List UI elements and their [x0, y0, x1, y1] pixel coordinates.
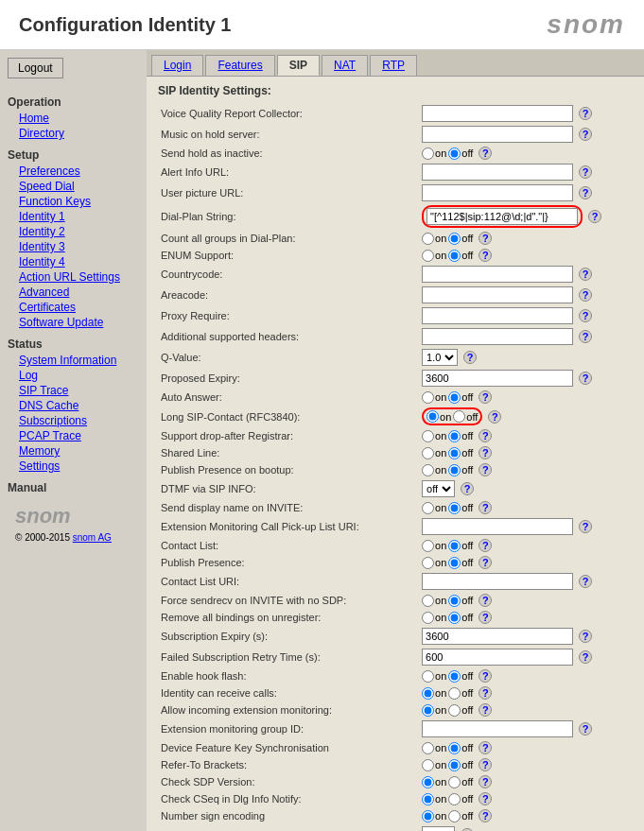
input-music-hold[interactable] [422, 126, 573, 143]
sidebar-item-function-keys[interactable]: Function Keys [8, 194, 139, 209]
radio-publish-presence-on[interactable] [422, 557, 434, 569]
help-shared-line[interactable]: ? [479, 446, 492, 459]
input-areacode[interactable] [422, 286, 573, 303]
help-number-sign[interactable]: ? [479, 809, 492, 822]
sidebar-item-log[interactable]: Log [8, 368, 139, 383]
sidebar-item-certificates[interactable]: Certificates [8, 300, 139, 315]
help-hook-flash[interactable]: ? [479, 669, 492, 683]
radio-send-display-on[interactable] [422, 502, 434, 514]
sidebar-item-directory[interactable]: Directory [8, 126, 139, 141]
sidebar-item-software-update[interactable]: Software Update [8, 315, 139, 330]
input-ext-monitoring-uri[interactable] [422, 518, 573, 535]
help-count-groups[interactable]: ? [479, 232, 492, 245]
help-device-feature-key[interactable]: ? [479, 741, 492, 754]
radio-long-sip-on[interactable] [426, 410, 439, 423]
radio-contact-list-on[interactable] [422, 540, 434, 552]
sidebar-item-speed-dial[interactable]: Speed Dial [8, 179, 139, 194]
help-check-sdp[interactable]: ? [479, 775, 492, 788]
tab-sip[interactable]: SIP [277, 55, 320, 76]
select-call-waiting[interactable]: on [422, 826, 455, 831]
sidebar-item-settings[interactable]: Settings [8, 459, 139, 474]
sidebar-item-action-url[interactable]: Action URL Settings [8, 269, 139, 285]
radio-send-display-off[interactable] [448, 502, 461, 514]
radio-count-groups-on[interactable] [422, 233, 434, 245]
help-publish-presence[interactable]: ? [479, 556, 492, 569]
help-dtmf[interactable]: ? [461, 482, 474, 495]
radio-support-drop-on[interactable] [422, 430, 434, 442]
help-remove-bindings[interactable]: ? [479, 611, 492, 624]
sidebar-item-advanced[interactable]: Advanced [8, 285, 139, 300]
sidebar-item-system-info[interactable]: System Information [8, 353, 139, 368]
help-contact-list[interactable]: ? [479, 539, 492, 552]
radio-allow-incoming-ext-off[interactable] [448, 704, 461, 717]
radio-send-hold-on[interactable] [422, 147, 434, 160]
radio-force-sendrecv-on[interactable] [422, 595, 434, 607]
help-user-picture[interactable]: ? [579, 186, 592, 199]
radio-number-sign-off[interactable] [448, 810, 461, 822]
radio-hook-flash-on[interactable] [422, 670, 434, 683]
sidebar-item-dns-cache[interactable]: DNS Cache [8, 398, 139, 413]
radio-contact-list-off[interactable] [448, 540, 461, 552]
help-countrycode[interactable]: ? [579, 268, 592, 281]
help-publish-bootup[interactable]: ? [479, 463, 492, 476]
help-auto-answer[interactable]: ? [479, 390, 492, 404]
radio-allow-incoming-ext-on[interactable] [422, 704, 434, 717]
help-areacode[interactable]: ? [579, 288, 592, 302]
help-voice-quality[interactable]: ? [579, 107, 592, 120]
tab-features[interactable]: Features [205, 55, 274, 76]
help-send-display[interactable]: ? [479, 501, 492, 514]
help-refer-to[interactable]: ? [479, 758, 492, 771]
input-failed-sub[interactable] [422, 649, 573, 666]
radio-publish-presence-off[interactable] [448, 557, 461, 569]
radio-shared-line-on[interactable] [422, 447, 434, 459]
radio-count-groups-off[interactable] [448, 233, 461, 245]
input-contact-list-uri[interactable] [422, 573, 573, 590]
help-proxy-require[interactable]: ? [579, 309, 592, 322]
radio-refer-to-off[interactable] [448, 759, 461, 771]
radio-refer-to-on[interactable] [422, 759, 434, 771]
radio-publish-bootup-off[interactable] [448, 464, 461, 476]
radio-device-feature-key-on[interactable] [422, 742, 434, 754]
help-identity-receive[interactable]: ? [479, 686, 492, 700]
help-check-cseq[interactable]: ? [479, 792, 492, 805]
snom-ag-link[interactable]: snom AG [73, 532, 112, 543]
radio-check-sdp-off[interactable] [448, 776, 461, 788]
sidebar-item-home[interactable]: Home [8, 111, 139, 126]
help-sub-expiry[interactable]: ? [579, 630, 592, 643]
help-failed-sub[interactable]: ? [579, 650, 592, 664]
sidebar-item-sip-trace[interactable]: SIP Trace [8, 383, 139, 398]
help-additional-headers[interactable]: ? [579, 330, 592, 343]
input-voice-quality[interactable] [422, 105, 573, 122]
sidebar-item-identity3[interactable]: Identity 3 [8, 239, 139, 254]
input-countrycode[interactable] [422, 266, 573, 283]
help-send-hold[interactable]: ? [479, 147, 492, 160]
input-alert-info[interactable] [422, 164, 573, 181]
sidebar-item-preferences[interactable]: Preferences [8, 164, 139, 179]
select-q-value[interactable]: 1.0 [422, 349, 458, 366]
radio-identity-receive-off[interactable] [448, 687, 461, 700]
radio-device-feature-key-off[interactable] [448, 742, 461, 754]
radio-send-hold-off[interactable] [448, 147, 461, 160]
help-allow-incoming-ext[interactable]: ? [479, 703, 492, 717]
help-ext-group-id[interactable]: ? [579, 722, 592, 736]
radio-enum-off[interactable] [448, 250, 461, 262]
sidebar-item-identity2[interactable]: Identity 2 [8, 224, 139, 239]
input-ext-group-id[interactable] [422, 720, 573, 737]
help-music-hold[interactable]: ? [579, 128, 592, 141]
help-enum[interactable]: ? [479, 249, 492, 262]
help-q-value[interactable]: ? [463, 351, 477, 364]
sidebar-item-identity4[interactable]: Identity 4 [8, 254, 139, 269]
help-dial-plan[interactable]: ? [588, 210, 601, 223]
input-proposed-expiry[interactable] [422, 370, 573, 387]
input-additional-headers[interactable] [422, 328, 573, 345]
input-user-picture[interactable] [422, 184, 573, 201]
radio-shared-line-off[interactable] [448, 447, 461, 459]
radio-enum-on[interactable] [422, 250, 434, 262]
sidebar-item-identity1[interactable]: Identity 1 [8, 209, 139, 224]
tab-rtp[interactable]: RTP [370, 55, 417, 76]
help-ext-monitoring-uri[interactable]: ? [579, 520, 592, 533]
radio-publish-bootup-on[interactable] [422, 464, 434, 476]
radio-hook-flash-off[interactable] [448, 670, 461, 683]
tab-login[interactable]: Login [151, 55, 203, 76]
radio-long-sip-off[interactable] [453, 410, 465, 423]
